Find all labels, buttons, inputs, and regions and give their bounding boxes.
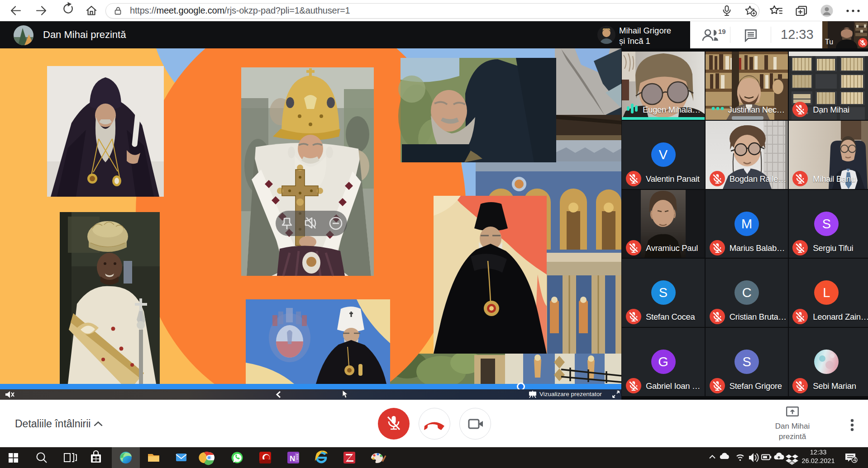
svg-text:19: 19: [718, 28, 726, 35]
svg-text:N: N: [290, 454, 295, 463]
